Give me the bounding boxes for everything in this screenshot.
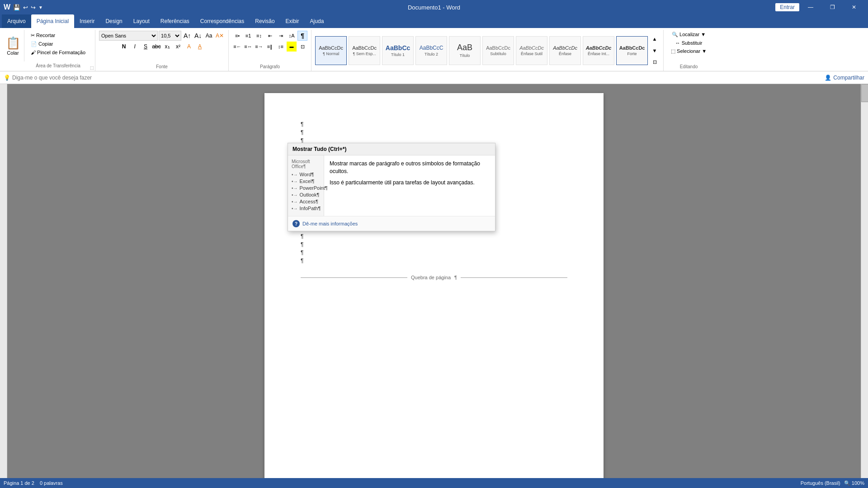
bold-button[interactable]: N [119,42,129,52]
minimize-button[interactable]: — [800,0,821,14]
style-normal[interactable]: AaBbCcDc ¶ Normal [315,36,347,65]
tooltip-left: Microsoft Office¶ •→ Word¶ •→ Excel¶ •→ … [288,155,324,216]
share-label[interactable]: Compartilhar [833,75,864,81]
line-spacing-button[interactable]: ↕≡ [276,42,286,52]
info-icon: ? [292,220,300,227]
style-forte[interactable]: AaBbCcDc Forte [616,36,648,65]
underline-button[interactable]: S [141,42,151,52]
tooltip-desc1: Mostrar marcas de parágrafo e outros sím… [330,160,490,175]
tooltip-access-label: Access¶ [300,199,318,204]
font-case-button[interactable]: Aa [204,31,214,41]
para-mark-1: ¶ [301,120,567,128]
word-logo-icon: W [4,3,10,11]
multilevel-list-button[interactable]: ≡↕ [254,31,264,41]
style-titulo2[interactable]: AaBbCcC Título 2 [415,36,447,65]
style-titulo[interactable]: AaB Título [449,36,481,65]
shading-button[interactable]: ▬ [287,42,297,52]
tooltip-footer: ? Dê-me mais informações [288,216,495,231]
style-e-label: Ênfase [559,52,571,56]
align-left-button[interactable]: ≡← [232,42,242,52]
strikethrough-button[interactable]: abc [151,42,161,52]
increase-indent-button[interactable]: ⇥ [276,31,286,41]
tooltip-word: •→ Word¶ [292,172,320,177]
tab-pagina-inicial[interactable]: Página Inicial [31,14,74,28]
close-button[interactable]: ✕ [844,0,864,14]
title-icon-more[interactable]: ▼ [38,5,43,10]
clipboard-expand-icon[interactable]: ⬚ [89,65,95,71]
style-enfase[interactable]: AaBbCcDc Ênfase [549,36,581,65]
font-controls: Open Sans 10,5 A↑ A↓ Aa A✕ N I S abc x₁ [99,31,225,64]
tab-exibir[interactable]: Exibir [280,14,305,28]
font-size-select[interactable]: 10,5 [159,31,181,41]
style-t2-label: Título 2 [425,52,438,56]
tab-ajuda[interactable]: Ajuda [305,14,330,28]
localizar-button[interactable]: 🔍 Localizar ▼ [668,31,709,38]
recortar-button[interactable]: ✂ Recortar [29,32,87,39]
style-t2-preview: AaBbCcC [420,45,443,51]
justify-button[interactable]: ≡‖ [265,42,275,52]
paste-button[interactable]: 📋 Colar [2,30,24,61]
tab-arquivo[interactable]: Arquivo [2,14,31,28]
style-enfase-sutil[interactable]: AaBbCcDc Ênfase Sutil [516,36,547,65]
font-color-button[interactable]: A [195,42,205,52]
style-enfase-int[interactable]: AaBbCcDc Ênfase Int... [583,36,614,65]
substituir-button[interactable]: ↔ Substituir [672,39,706,47]
style-subtitulo[interactable]: AaBbCcDc Subtítulo [482,36,514,65]
enter-button[interactable]: Entrar [775,3,799,11]
copiar-button[interactable]: 📄 Copiar [29,40,87,48]
language-label: Português (Brasil) [801,480,840,486]
italic-button[interactable]: I [130,42,140,52]
tab-design[interactable]: Design [100,14,127,28]
title-icon-redo[interactable]: ↪ [31,4,36,11]
style-sem-esp[interactable]: AaBbCcDc ¶ Sem Esp... [349,36,380,65]
show-formatting-button[interactable]: ¶ [297,31,307,41]
bullet-list-button[interactable]: ≡• [232,31,242,41]
editing-group-label: Editando [680,64,698,70]
pincel-button[interactable]: 🖌 Pincel de Formatação [29,49,87,56]
style-e-preview: AaBbCcDc [553,45,577,51]
more-info-link[interactable]: Dê-me mais informações [302,221,358,226]
page-count: Página 1 de 2 [4,480,34,486]
search-input[interactable] [12,75,148,81]
clear-format-button[interactable]: A✕ [215,31,225,41]
subscript-button[interactable]: x₁ [162,42,172,52]
restore-button[interactable]: ❐ [822,0,843,14]
superscript-button[interactable]: x² [173,42,183,52]
border-button[interactable]: ⊡ [297,42,307,52]
para-mark-2: ¶ [301,128,567,136]
grow-font-button[interactable]: A↑ [182,31,192,41]
tab-inserir[interactable]: Inserir [74,14,100,28]
selecionar-button[interactable]: ⬚ Selecionar ▼ [667,47,710,55]
tab-revisao[interactable]: Revisão [250,14,280,28]
align-right-button[interactable]: ≡→ [254,42,264,52]
tooltip-outlook-label: Outlook¶ [300,192,320,197]
tab-correspondencias[interactable]: Correspondências [195,14,250,28]
align-center-button[interactable]: ≡↔ [243,42,253,52]
tooltip-infopath-label: InfoPath¶ [300,206,321,211]
zoom-controls[interactable]: 🔍 100% [844,480,864,486]
ms-office-label: Microsoft Office¶ [292,159,320,169]
style-es-label: Ênfase Sutil [521,52,542,56]
highlight-button[interactable]: A [184,42,194,52]
clipboard-right: ✂ Recortar 📄 Copiar 🖌 Pincel de Formataç… [27,30,89,71]
title-icon-save[interactable]: 💾 [13,4,20,11]
font-row-1: Open Sans 10,5 A↑ A↓ Aa A✕ [99,31,225,41]
tab-layout[interactable]: Layout [128,14,155,28]
tooltip-access: •→ Access¶ [292,199,320,204]
number-list-button[interactable]: ≡1 [243,31,253,41]
main-area: ¶ ¶ ¶ ¶ ¶ ¶ ¶ ¶ ¶ ¶ ¶ ¶ ¶ ¶ ¶ ¶ ¶ Quebra… [0,84,868,488]
sort-button[interactable]: ↕A [287,31,297,41]
editing-group: 🔍 Localizar ▼ ↔ Substituir ⬚ Selecionar … [664,30,714,71]
styles-more-button[interactable]: ⊡ [650,57,660,67]
tab-referencias[interactable]: Referências [155,14,195,28]
styles-up-button[interactable]: ▲ [650,34,660,44]
styles-down-button[interactable]: ▼ [650,46,660,56]
decrease-indent-button[interactable]: ⇤ [265,31,275,41]
title-icon-undo[interactable]: ↩ [23,4,28,11]
font-name-select[interactable]: Open Sans [99,31,158,41]
arrow-icon-word: •→ [292,172,298,177]
shrink-font-button[interactable]: A↓ [193,31,203,41]
right-scrollbar[interactable] [861,84,868,488]
document-area[interactable]: ¶ ¶ ¶ ¶ ¶ ¶ ¶ ¶ ¶ ¶ ¶ ¶ ¶ ¶ ¶ ¶ ¶ Quebra… [7,84,861,488]
style-titulo1[interactable]: AaBbCc Título 1 [382,36,414,65]
